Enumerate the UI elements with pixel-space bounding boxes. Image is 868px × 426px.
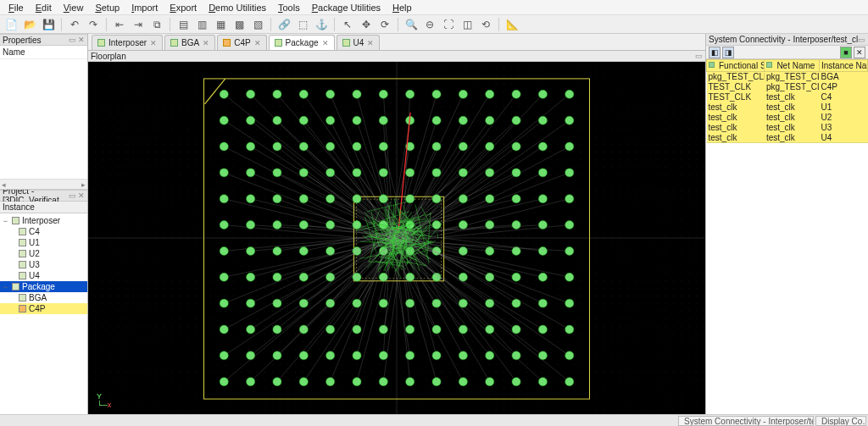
svg-point-2679 [396,318,397,319]
table-row[interactable]: test_clktest_clkU1 [707,102,868,113]
table-row[interactable]: test_clktest_clkU4 [707,133,868,143]
table-row[interactable]: TEST_CLKtest_clkC4 [707,92,868,102]
align-left-icon[interactable]: ▤ [175,17,191,32]
tab-close-icon[interactable]: ✕ [367,39,374,47]
svg-point-1612 [187,220,188,221]
zoom-fit-icon[interactable]: ⛶ [441,17,456,32]
tree-node-u3[interactable]: U3 [0,259,87,270]
svg-point-3880 [565,246,574,255]
open-icon[interactable]: 📂 [22,17,37,32]
undo-icon[interactable]: ↶ [67,17,82,32]
col-net-name[interactable]: Net Name [765,60,820,72]
pointer-icon[interactable]: ↖ [340,17,355,32]
table-row[interactable]: test_clktest_clkU2 [707,113,868,123]
svg-point-1926 [141,251,142,252]
menu-file[interactable]: File [3,1,29,14]
menu-view[interactable]: View [58,1,89,14]
tab-interposer[interactable]: Interposer✕ [92,35,163,50]
svg-point-1446 [141,205,142,206]
table-row[interactable]: TEST_CLKpkg_TEST_CLKC4P [707,82,868,92]
svg-point-3284 [125,379,126,380]
svg-point-2241 [103,280,103,281]
table-row[interactable]: test_clktest_clkU3 [707,123,868,133]
zoom-in-icon[interactable]: 🔍 [403,17,419,32]
tree-node-u4[interactable]: U4 [0,270,87,281]
unlink-icon[interactable]: ⬚ [295,17,310,32]
menu-help[interactable]: Help [387,1,417,14]
tree-node-u2[interactable]: U2 [0,248,87,259]
svg-point-2999 [396,349,397,350]
save-icon[interactable]: 💾 [41,17,56,32]
tree-node-interposer[interactable]: −Interposer [0,215,87,226]
col-instance-name[interactable]: Instance Nam [819,60,867,72]
anchor-icon[interactable]: ⚓ [314,17,329,32]
align-right-icon[interactable]: ▦ [213,17,228,32]
tree-node-c4[interactable]: C4 [0,226,87,237]
col-functional-signal[interactable]: Functional Signal [707,60,765,72]
tab-close-icon[interactable]: ✕ [254,39,261,47]
panel-max-icon[interactable]: ▭ [695,52,703,60]
panel-close-icon[interactable]: ✕ [78,191,85,200]
project-tree[interactable]: −InterposerC4U1U2U3U4−PackageBGAC4P [0,213,87,414]
svg-point-406 [141,106,142,107]
panel-pin-icon[interactable]: ▭ [69,36,76,44]
tree-node-bga[interactable]: BGA [0,292,87,303]
tab-close-icon[interactable]: ✕ [203,39,209,47]
align-center-icon[interactable]: ▥ [194,17,209,32]
menu-edit[interactable]: Edit [31,1,57,14]
floorplan-canvas[interactable]: Y└─x [88,62,705,414]
panel-max-icon[interactable]: ▭ [858,36,865,44]
snapshot-icon[interactable]: ⧉ [149,17,164,32]
tab-package[interactable]: Package✕ [269,35,335,50]
menu-demo-utilities[interactable]: Demo Utilities [203,1,271,14]
refresh-icon[interactable]: ⟲ [478,17,493,32]
tab-c4p[interactable]: C4P✕ [217,35,266,50]
connectivity-table[interactable]: Functional Signal Net Name Instance Nam … [706,59,868,143]
status-display-button[interactable]: Display Co… [815,416,866,426]
panel-close-icon[interactable]: ✕ [78,36,85,44]
arrow-left-icon[interactable]: ⇤ [112,17,127,32]
scroll-right-icon[interactable]: ▸ [81,180,86,189]
tree-node-c4p[interactable]: C4P [0,303,87,314]
zoom-out-icon[interactable]: ⊖ [422,17,437,32]
table-row[interactable]: pkg_TEST_CLKpkg_TEST_CLKBGA [707,72,868,82]
sc-x-button[interactable]: ✕ [854,47,865,58]
rotate-icon[interactable]: ⟳ [377,17,392,32]
svg-point-2175 [210,273,211,274]
tree-node-u1[interactable]: U1 [0,237,87,248]
measure-icon[interactable]: 📐 [504,17,520,32]
tab-bga[interactable]: BGA✕ [164,35,215,50]
link-icon[interactable]: 🔗 [276,17,292,32]
svg-point-244 [125,91,126,91]
menu-import[interactable]: Import [126,1,163,14]
menu-tools[interactable]: Tools [273,1,305,14]
arrow-right-icon[interactable]: ⇥ [131,17,146,32]
svg-point-2781 [565,326,566,327]
sc-pin-button[interactable]: ◧ [709,47,721,58]
stack-icon[interactable]: ▧ [250,17,265,32]
distribute-icon[interactable]: ▩ [231,17,247,32]
svg-point-2086 [141,265,142,266]
tree-expander-icon[interactable]: − [2,283,9,291]
svg-point-3298 [233,379,234,380]
tab-u4[interactable]: U4✕ [337,35,381,50]
zoom-sel-icon[interactable]: ◫ [459,17,475,32]
scroll-left-icon[interactable]: ◂ [2,180,6,189]
menu-package-utilities[interactable]: Package Utilities [307,1,386,14]
tree-node-package[interactable]: −Package [0,281,87,292]
svg-point-2624 [588,311,589,312]
status-connectivity-button[interactable]: System Connectivity - Interposer/tes… [678,416,814,426]
tab-close-icon[interactable]: ✕ [150,39,157,47]
svg-point-3021 [565,349,566,350]
sc-highlight-button[interactable]: ■ [840,47,852,58]
tree-expander-icon[interactable]: − [2,217,9,225]
new-icon[interactable]: 📄 [3,17,19,32]
menu-setup[interactable]: Setup [90,1,125,14]
panel-pin-icon[interactable]: ▭ [69,191,76,200]
sc-filter-button[interactable]: ◨ [722,47,734,58]
move-icon[interactable]: ✥ [359,17,374,32]
redo-icon[interactable]: ↷ [86,17,101,32]
tab-close-icon[interactable]: ✕ [322,39,329,47]
svg-point-2824 [280,334,281,335]
menu-export[interactable]: Export [164,1,202,14]
